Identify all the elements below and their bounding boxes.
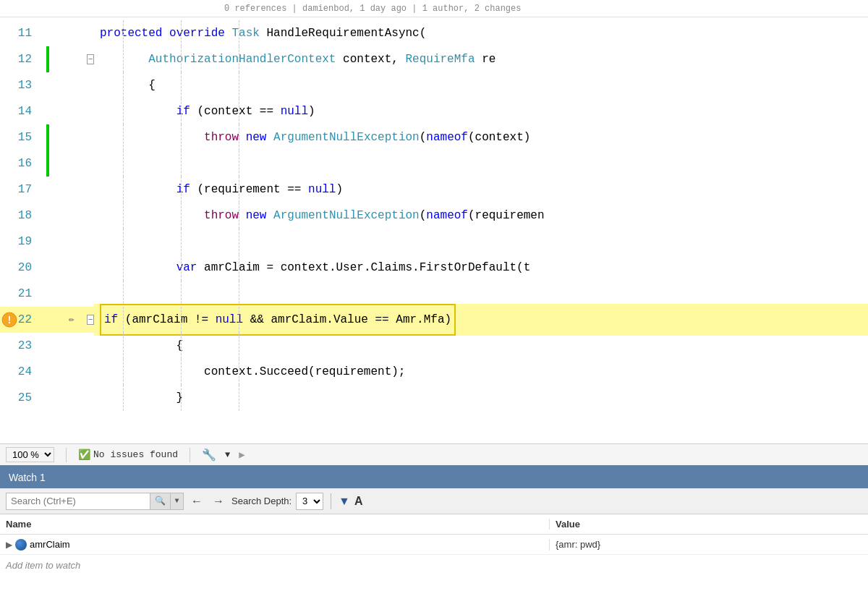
status-bar: 100 % 75 % 125 % 150 % ✅ No issues found…	[0, 443, 868, 465]
edit-area-22: ✏️	[65, 307, 80, 333]
guide-line-1	[181, 359, 182, 385]
line-number-16: 16	[0, 150, 43, 177]
guide-container-24: context.Succeed(requirement);	[94, 359, 868, 385]
search-button[interactable]: 🔍	[150, 493, 171, 510]
watch-table-header: Name Value	[0, 514, 868, 535]
search-depth-label: Search Depth:	[231, 496, 292, 506]
watch-row[interactable]: ▶ amrClaim {amr: pwd}	[0, 535, 868, 555]
code-container: 11protected override Task HandleRequirem…	[0, 17, 868, 443]
git-icon: 🔧	[202, 448, 216, 462]
font-size-button[interactable]: A	[354, 495, 363, 508]
guide-container-19	[94, 229, 868, 255]
guide-line-2	[239, 359, 239, 385]
expand-arrow-icon[interactable]: ▶	[6, 540, 12, 550]
guide-line-2	[239, 255, 239, 281]
guide-line-1	[181, 72, 182, 98]
nav-forward-button[interactable]: →	[210, 493, 227, 509]
guide-container-12: AuthorizationHandlerContext context, Req…	[94, 46, 868, 72]
guide-line-2	[239, 150, 239, 177]
green-bar	[46, 124, 49, 150]
green-bar	[46, 150, 49, 177]
guide-container-17: if (requirement == null)	[94, 177, 868, 203]
debug-warning-icon: !	[1, 312, 17, 328]
status-separator	[66, 448, 67, 462]
line-number-14: 14	[0, 98, 43, 124]
line-number-18: 18	[0, 203, 43, 229]
guide-container-25: }	[94, 385, 868, 411]
watch-panel: Watch 1 🔍 ▼ ← → Search Depth: 3 1 2 4 5 …	[0, 465, 868, 599]
search-input[interactable]	[11, 496, 127, 506]
nav-back-button[interactable]: ←	[188, 493, 205, 509]
search-box-wrapper: 🔍 ▼	[6, 493, 184, 510]
code-line-12: 12− AuthorizationHandlerContext context,…	[0, 46, 868, 72]
add-item-to-watch[interactable]: Add item to watch	[0, 555, 868, 575]
line-content-11: protected override Task HandleRequiremen…	[94, 20, 868, 46]
filter-button[interactable]: ▼	[339, 495, 350, 508]
code-line-14: 14 if (context == null)	[0, 98, 868, 124]
guide-line-2	[239, 177, 239, 203]
scroll-right-icon: ▶	[239, 449, 244, 461]
line-content-23: {	[94, 333, 868, 359]
guide-line-2	[239, 229, 239, 255]
guide-line-1	[181, 20, 182, 46]
watch-col-value-header: Value	[550, 519, 868, 530]
code-line-22: !22✏️−if (amrClaim != null && amrClaim.V…	[0, 307, 868, 333]
guide-line-1	[181, 307, 182, 333]
git-info-bar: 0 references | damienbod, 1 day ago | 1 …	[0, 0, 868, 17]
collapse-icon-22[interactable]: −	[87, 315, 94, 325]
guide-container-23: {	[94, 333, 868, 359]
zoom-select[interactable]: 100 % 75 % 125 % 150 %	[6, 447, 54, 462]
guide-container-18: throw new ArgumentNullException(nameof(r…	[94, 203, 868, 229]
svg-text:!: !	[7, 315, 12, 326]
toolbar-separator	[331, 493, 331, 509]
guide-line-2	[239, 333, 239, 359]
guide-line-1	[181, 203, 182, 229]
line-number-19: 19	[0, 229, 43, 255]
guide-line-2	[239, 307, 239, 333]
line-number-15: 15	[0, 124, 43, 150]
globe-icon	[15, 539, 27, 551]
add-item-label: Add item to watch	[6, 560, 80, 571]
guide-line-1	[181, 385, 182, 411]
line-content-18: throw new ArgumentNullException(nameof(r…	[94, 203, 868, 229]
guide-line-2	[239, 124, 239, 150]
guide-line-0	[123, 20, 124, 46]
line-number-12: 12	[0, 46, 43, 72]
watch-row-value: {amr: pwd}	[550, 539, 868, 550]
guide-line-2	[239, 281, 239, 307]
line-content-25: }	[94, 385, 868, 411]
line-content-13: {	[94, 72, 868, 98]
git-dropdown[interactable]: ▼	[225, 450, 230, 460]
collapse-icon-12[interactable]: −	[87, 54, 94, 64]
guide-line-1	[181, 229, 182, 255]
code-line-16: 16	[0, 150, 868, 177]
guide-line-0	[123, 203, 124, 229]
guide-line-0	[123, 281, 124, 307]
line-number-20: 20	[0, 255, 43, 281]
guide-container-21	[94, 281, 868, 307]
guide-line-2	[239, 203, 239, 229]
search-box[interactable]	[6, 493, 150, 510]
watch-item-name: amrClaim	[30, 539, 70, 550]
line-content-24: context.Succeed(requirement);	[94, 359, 868, 385]
guide-container-15: throw new ArgumentNullException(nameof(c…	[94, 124, 868, 150]
line-number-25: 25	[0, 385, 43, 411]
collapse-area-12: −	[80, 54, 94, 64]
code-line-19: 19	[0, 229, 868, 255]
edit-icon[interactable]: ✏️	[69, 307, 75, 333]
guide-line-1	[181, 98, 182, 124]
code-line-17: 17 if (requirement == null)	[0, 177, 868, 203]
search-depth-select[interactable]: 3 1 2 4 5	[296, 493, 323, 510]
guide-line-2	[239, 98, 239, 124]
collapse-area-22: −	[80, 315, 94, 325]
code-line-24: 24 context.Succeed(requirement);	[0, 359, 868, 385]
guide-container-20: var amrClaim = context.User.Claims.First…	[94, 255, 868, 281]
guide-line-1	[181, 281, 182, 307]
watch-toolbar: 🔍 ▼ ← → Search Depth: 3 1 2 4 5 ▼ A	[0, 488, 868, 514]
git-info-text: 0 references | damienbod, 1 day ago | 1 …	[224, 4, 521, 14]
search-dropdown-button[interactable]: ▼	[171, 493, 184, 510]
guide-line-0	[123, 177, 124, 203]
guide-line-0	[123, 307, 124, 333]
no-issues-indicator: ✅ No issues found	[78, 449, 178, 461]
editor-area: 0 references | damienbod, 1 day ago | 1 …	[0, 0, 868, 443]
